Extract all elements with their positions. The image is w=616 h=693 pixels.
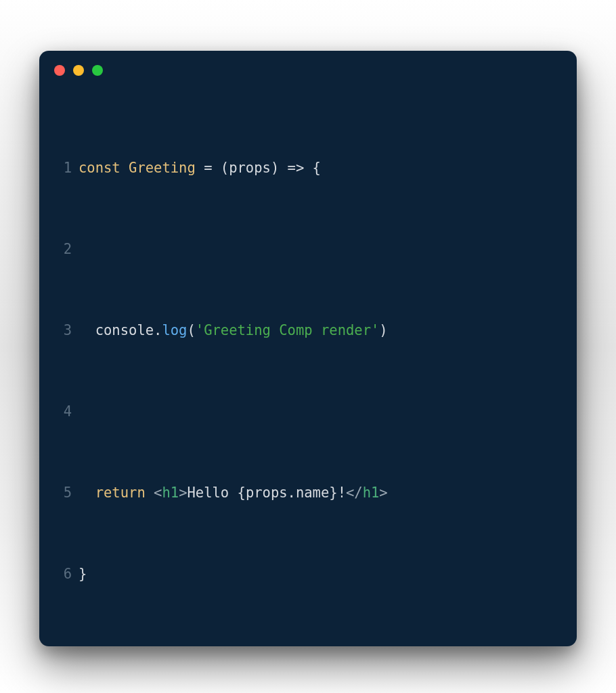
line-number: 6 [39,564,79,584]
line-number: 3 [39,320,79,340]
code-editor: 1 const Greeting = (props) => { 2 3 cons… [39,90,577,646]
code-line: 7 [39,645,577,646]
code-content [79,645,577,646]
code-window: 1 const Greeting = (props) => { 2 3 cons… [39,51,577,646]
line-number: 2 [39,239,79,259]
code-content: } [79,564,577,584]
code-line: 6 } [39,564,577,584]
window-titlebar [39,51,577,90]
code-content: console.log('Greeting Comp render') [79,320,577,340]
code-content [79,239,577,259]
line-number: 5 [39,483,79,503]
close-icon[interactable] [54,65,65,76]
code-content: return <h1>Hello {props.name}!</h1> [79,483,577,503]
code-content: const Greeting = (props) => { [79,158,577,178]
code-line: 3 console.log('Greeting Comp render') [39,320,577,340]
code-line: 4 [39,401,577,422]
code-line: 1 const Greeting = (props) => { [39,158,577,178]
code-line: 2 [39,239,577,259]
line-number: 4 [39,401,79,422]
line-number: 1 [39,158,79,178]
line-number: 7 [39,645,79,646]
code-content [79,401,577,422]
zoom-icon[interactable] [92,65,103,76]
minimize-icon[interactable] [73,65,84,76]
code-line: 5 return <h1>Hello {props.name}!</h1> [39,483,577,503]
